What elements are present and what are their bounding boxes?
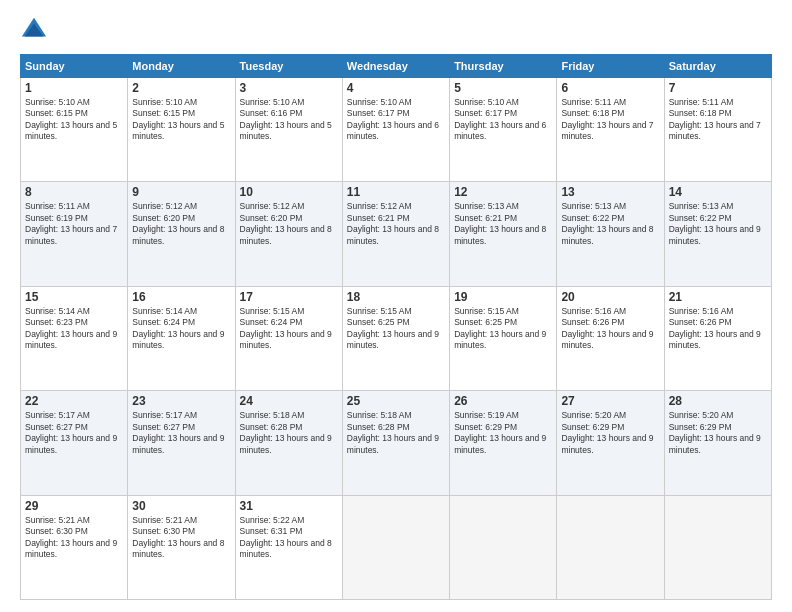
calendar-day-cell: 1 Sunrise: 5:10 AM Sunset: 6:15 PM Dayli… [21, 78, 128, 182]
day-number: 18 [347, 290, 445, 304]
calendar-day-cell: 10 Sunrise: 5:12 AM Sunset: 6:20 PM Dayl… [235, 182, 342, 286]
calendar-day-cell: 8 Sunrise: 5:11 AM Sunset: 6:19 PM Dayli… [21, 182, 128, 286]
calendar-day-cell: 12 Sunrise: 5:13 AM Sunset: 6:21 PM Dayl… [450, 182, 557, 286]
day-number: 11 [347, 185, 445, 199]
calendar-day-cell: 31 Sunrise: 5:22 AM Sunset: 6:31 PM Dayl… [235, 495, 342, 599]
day-info: Sunrise: 5:14 AM Sunset: 6:24 PM Dayligh… [132, 306, 230, 352]
calendar-day-cell: 13 Sunrise: 5:13 AM Sunset: 6:22 PM Dayl… [557, 182, 664, 286]
day-info: Sunrise: 5:21 AM Sunset: 6:30 PM Dayligh… [132, 515, 230, 561]
day-number: 24 [240, 394, 338, 408]
calendar-week-row: 1 Sunrise: 5:10 AM Sunset: 6:15 PM Dayli… [21, 78, 772, 182]
day-of-week-header: Tuesday [235, 55, 342, 78]
day-info: Sunrise: 5:20 AM Sunset: 6:29 PM Dayligh… [561, 410, 659, 456]
calendar-week-row: 29 Sunrise: 5:21 AM Sunset: 6:30 PM Dayl… [21, 495, 772, 599]
day-info: Sunrise: 5:19 AM Sunset: 6:29 PM Dayligh… [454, 410, 552, 456]
day-info: Sunrise: 5:13 AM Sunset: 6:22 PM Dayligh… [669, 201, 767, 247]
day-number: 15 [25, 290, 123, 304]
calendar-day-cell: 18 Sunrise: 5:15 AM Sunset: 6:25 PM Dayl… [342, 286, 449, 390]
day-number: 29 [25, 499, 123, 513]
calendar-week-row: 15 Sunrise: 5:14 AM Sunset: 6:23 PM Dayl… [21, 286, 772, 390]
day-info: Sunrise: 5:11 AM Sunset: 6:18 PM Dayligh… [561, 97, 659, 143]
calendar-day-cell: 6 Sunrise: 5:11 AM Sunset: 6:18 PM Dayli… [557, 78, 664, 182]
calendar-day-cell: 17 Sunrise: 5:15 AM Sunset: 6:24 PM Dayl… [235, 286, 342, 390]
calendar-day-cell: 23 Sunrise: 5:17 AM Sunset: 6:27 PM Dayl… [128, 391, 235, 495]
day-info: Sunrise: 5:17 AM Sunset: 6:27 PM Dayligh… [132, 410, 230, 456]
day-info: Sunrise: 5:20 AM Sunset: 6:29 PM Dayligh… [669, 410, 767, 456]
day-info: Sunrise: 5:11 AM Sunset: 6:18 PM Dayligh… [669, 97, 767, 143]
calendar-day-cell: 21 Sunrise: 5:16 AM Sunset: 6:26 PM Dayl… [664, 286, 771, 390]
day-number: 16 [132, 290, 230, 304]
day-number: 12 [454, 185, 552, 199]
page: SundayMondayTuesdayWednesdayThursdayFrid… [0, 0, 792, 612]
calendar-week-row: 8 Sunrise: 5:11 AM Sunset: 6:19 PM Dayli… [21, 182, 772, 286]
day-info: Sunrise: 5:14 AM Sunset: 6:23 PM Dayligh… [25, 306, 123, 352]
day-number: 2 [132, 81, 230, 95]
calendar-day-cell: 29 Sunrise: 5:21 AM Sunset: 6:30 PM Dayl… [21, 495, 128, 599]
calendar-day-cell [557, 495, 664, 599]
day-number: 30 [132, 499, 230, 513]
day-number: 26 [454, 394, 552, 408]
day-info: Sunrise: 5:10 AM Sunset: 6:17 PM Dayligh… [347, 97, 445, 143]
calendar-day-cell: 3 Sunrise: 5:10 AM Sunset: 6:16 PM Dayli… [235, 78, 342, 182]
day-of-week-header: Saturday [664, 55, 771, 78]
day-info: Sunrise: 5:10 AM Sunset: 6:15 PM Dayligh… [25, 97, 123, 143]
day-number: 25 [347, 394, 445, 408]
day-number: 6 [561, 81, 659, 95]
day-info: Sunrise: 5:10 AM Sunset: 6:17 PM Dayligh… [454, 97, 552, 143]
day-info: Sunrise: 5:10 AM Sunset: 6:15 PM Dayligh… [132, 97, 230, 143]
day-info: Sunrise: 5:12 AM Sunset: 6:21 PM Dayligh… [347, 201, 445, 247]
day-number: 21 [669, 290, 767, 304]
day-info: Sunrise: 5:21 AM Sunset: 6:30 PM Dayligh… [25, 515, 123, 561]
calendar-day-cell: 19 Sunrise: 5:15 AM Sunset: 6:25 PM Dayl… [450, 286, 557, 390]
calendar-day-cell [342, 495, 449, 599]
day-of-week-header: Wednesday [342, 55, 449, 78]
day-of-week-header: Monday [128, 55, 235, 78]
calendar-day-cell: 11 Sunrise: 5:12 AM Sunset: 6:21 PM Dayl… [342, 182, 449, 286]
calendar-day-cell: 15 Sunrise: 5:14 AM Sunset: 6:23 PM Dayl… [21, 286, 128, 390]
day-info: Sunrise: 5:11 AM Sunset: 6:19 PM Dayligh… [25, 201, 123, 247]
calendar-day-cell: 2 Sunrise: 5:10 AM Sunset: 6:15 PM Dayli… [128, 78, 235, 182]
calendar-day-cell: 27 Sunrise: 5:20 AM Sunset: 6:29 PM Dayl… [557, 391, 664, 495]
calendar-day-cell: 22 Sunrise: 5:17 AM Sunset: 6:27 PM Dayl… [21, 391, 128, 495]
day-number: 17 [240, 290, 338, 304]
calendar-day-cell: 5 Sunrise: 5:10 AM Sunset: 6:17 PM Dayli… [450, 78, 557, 182]
calendar-day-cell: 4 Sunrise: 5:10 AM Sunset: 6:17 PM Dayli… [342, 78, 449, 182]
logo [20, 16, 52, 44]
day-number: 13 [561, 185, 659, 199]
calendar-day-cell: 9 Sunrise: 5:12 AM Sunset: 6:20 PM Dayli… [128, 182, 235, 286]
day-info: Sunrise: 5:15 AM Sunset: 6:25 PM Dayligh… [454, 306, 552, 352]
calendar-day-cell [664, 495, 771, 599]
day-number: 27 [561, 394, 659, 408]
calendar-day-cell: 7 Sunrise: 5:11 AM Sunset: 6:18 PM Dayli… [664, 78, 771, 182]
day-info: Sunrise: 5:12 AM Sunset: 6:20 PM Dayligh… [240, 201, 338, 247]
day-number: 31 [240, 499, 338, 513]
day-info: Sunrise: 5:13 AM Sunset: 6:21 PM Dayligh… [454, 201, 552, 247]
day-info: Sunrise: 5:12 AM Sunset: 6:20 PM Dayligh… [132, 201, 230, 247]
calendar-day-cell: 14 Sunrise: 5:13 AM Sunset: 6:22 PM Dayl… [664, 182, 771, 286]
day-of-week-header: Friday [557, 55, 664, 78]
day-info: Sunrise: 5:22 AM Sunset: 6:31 PM Dayligh… [240, 515, 338, 561]
day-number: 20 [561, 290, 659, 304]
day-number: 4 [347, 81, 445, 95]
calendar-day-cell: 26 Sunrise: 5:19 AM Sunset: 6:29 PM Dayl… [450, 391, 557, 495]
day-info: Sunrise: 5:16 AM Sunset: 6:26 PM Dayligh… [669, 306, 767, 352]
day-of-week-header: Sunday [21, 55, 128, 78]
day-info: Sunrise: 5:17 AM Sunset: 6:27 PM Dayligh… [25, 410, 123, 456]
logo-icon [20, 16, 48, 44]
day-info: Sunrise: 5:16 AM Sunset: 6:26 PM Dayligh… [561, 306, 659, 352]
day-info: Sunrise: 5:15 AM Sunset: 6:24 PM Dayligh… [240, 306, 338, 352]
day-number: 5 [454, 81, 552, 95]
calendar-day-cell: 16 Sunrise: 5:14 AM Sunset: 6:24 PM Dayl… [128, 286, 235, 390]
day-number: 22 [25, 394, 123, 408]
day-number: 19 [454, 290, 552, 304]
calendar-table: SundayMondayTuesdayWednesdayThursdayFrid… [20, 54, 772, 600]
day-info: Sunrise: 5:18 AM Sunset: 6:28 PM Dayligh… [347, 410, 445, 456]
day-number: 10 [240, 185, 338, 199]
day-of-week-header: Thursday [450, 55, 557, 78]
day-number: 1 [25, 81, 123, 95]
day-info: Sunrise: 5:18 AM Sunset: 6:28 PM Dayligh… [240, 410, 338, 456]
calendar-day-cell: 28 Sunrise: 5:20 AM Sunset: 6:29 PM Dayl… [664, 391, 771, 495]
day-number: 8 [25, 185, 123, 199]
calendar-day-cell: 30 Sunrise: 5:21 AM Sunset: 6:30 PM Dayl… [128, 495, 235, 599]
calendar-day-cell [450, 495, 557, 599]
